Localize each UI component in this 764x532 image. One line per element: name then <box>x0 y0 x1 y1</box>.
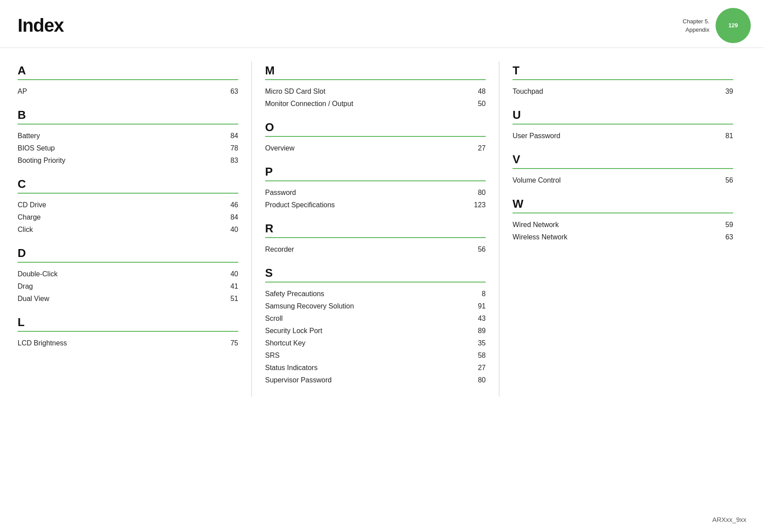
section-letter-R: R <box>265 222 486 235</box>
index-item-page: 40 <box>221 270 238 278</box>
section-T: TTouchpad39 <box>513 64 733 98</box>
index-item-name: Micro SD Card Slot <box>265 88 468 95</box>
index-item-page: 59 <box>716 221 733 229</box>
index-item-page: 56 <box>468 246 486 253</box>
index-item-name: Product Specifications <box>265 201 468 209</box>
index-item-name: AP <box>18 88 221 95</box>
section-letter-M: M <box>265 64 486 77</box>
index-item-page: 63 <box>221 88 238 95</box>
index-item-name: Double-Click <box>18 270 221 278</box>
index-item-name: Shortcut Key <box>265 339 468 347</box>
section-divider-C <box>18 193 238 194</box>
section-M: MMicro SD Card Slot48Monitor Connection … <box>265 64 486 110</box>
index-row: Booting Priority83 <box>18 154 238 167</box>
section-letter-D: D <box>18 246 238 260</box>
chapter-info: Chapter 5.Appendix 129 <box>683 8 751 43</box>
index-item-name: Drag <box>18 283 221 290</box>
index-row: CD Drive46 <box>18 199 238 211</box>
section-letter-B: B <box>18 108 238 122</box>
index-item-page: 84 <box>221 132 238 140</box>
index-row: Micro SD Card Slot48 <box>265 85 486 98</box>
section-divider-W <box>513 213 733 213</box>
index-item-page: 81 <box>716 132 733 140</box>
page-header: Index Chapter 5.Appendix 129 <box>0 0 764 48</box>
index-item-page: 43 <box>468 315 486 323</box>
index-row: Password80 <box>265 187 486 199</box>
section-letter-W: W <box>513 197 733 211</box>
index-item-name: Charge <box>18 213 221 221</box>
index-item-name: Monitor Connection / Output <box>265 100 468 108</box>
index-item-page: 78 <box>221 144 238 152</box>
index-item-name: Password <box>265 189 468 197</box>
index-item-page: 27 <box>468 144 486 152</box>
section-L: LLCD Brightness75 <box>18 316 238 349</box>
index-item-name: Samsung Recovery Solution <box>265 302 468 310</box>
index-item-page: 50 <box>468 100 486 108</box>
section-P: PPassword80Product Specifications123 <box>265 165 486 211</box>
index-row: Recorder56 <box>265 243 486 256</box>
index-item-page: 80 <box>468 376 486 384</box>
index-row: Touchpad39 <box>513 85 733 98</box>
section-divider-U <box>513 124 733 125</box>
section-divider-T <box>513 79 733 80</box>
section-letter-A: A <box>18 64 238 77</box>
section-divider-P <box>265 180 486 181</box>
index-item-page: 51 <box>221 295 238 303</box>
chapter-label: Chapter 5.Appendix <box>683 17 709 34</box>
section-W: WWired Network59Wireless Network63 <box>513 197 733 243</box>
section-R: RRecorder56 <box>265 222 486 256</box>
section-letter-P: P <box>265 165 486 179</box>
index-item-page: 27 <box>468 364 486 372</box>
chapter-number: 129 <box>728 22 738 29</box>
column-2: MMicro SD Card Slot48Monitor Connection … <box>265 61 499 397</box>
index-item-page: 40 <box>221 226 238 234</box>
index-item-name: Status Indicators <box>265 364 468 372</box>
section-letter-O: O <box>265 121 486 134</box>
index-item-name: Volume Control <box>513 176 716 184</box>
index-row: AP63 <box>18 85 238 98</box>
index-row: Shortcut Key35 <box>265 337 486 349</box>
index-item-name: Wired Network <box>513 221 716 229</box>
index-row: Wireless Network63 <box>513 231 733 243</box>
section-divider-D <box>18 262 238 263</box>
index-item-name: User Password <box>513 132 716 140</box>
section-A: AAP63 <box>18 64 238 98</box>
section-divider-V <box>513 168 733 169</box>
index-row: Charge84 <box>18 211 238 224</box>
section-divider-R <box>265 237 486 238</box>
section-divider-L <box>18 331 238 332</box>
index-item-page: 123 <box>468 201 486 209</box>
index-item-page: 41 <box>221 283 238 290</box>
index-row: Samsung Recovery Solution91 <box>265 300 486 312</box>
index-item-page: 83 <box>221 157 238 165</box>
section-U: UUser Password81 <box>513 108 733 142</box>
index-item-page: 39 <box>716 88 733 95</box>
index-item-name: SRS <box>265 352 468 360</box>
index-row: Wired Network59 <box>513 219 733 231</box>
index-item-name: Dual View <box>18 295 221 303</box>
index-item-page: 48 <box>468 88 486 95</box>
section-letter-T: T <box>513 64 733 77</box>
section-letter-V: V <box>513 153 733 166</box>
index-row: Double-Click40 <box>18 268 238 280</box>
index-item-page: 63 <box>716 233 733 241</box>
index-item-page: 84 <box>221 213 238 221</box>
footer-text: ARXxx_9xx <box>712 516 746 523</box>
index-row: Dual View51 <box>18 293 238 305</box>
index-content: AAP63BBattery84BIOS Setup78Booting Prior… <box>0 48 764 410</box>
index-item-name: LCD Brightness <box>18 339 221 347</box>
index-item-name: Security Lock Port <box>265 327 468 335</box>
section-letter-L: L <box>18 316 238 329</box>
index-item-page: 58 <box>468 352 486 360</box>
index-item-name: Wireless Network <box>513 233 716 241</box>
index-item-name: Safety Precautions <box>265 290 468 298</box>
index-item-page: 46 <box>221 201 238 209</box>
index-item-name: Overview <box>265 144 468 152</box>
index-row: Overview27 <box>265 142 486 154</box>
index-row: SRS58 <box>265 349 486 362</box>
section-V: VVolume Control56 <box>513 153 733 187</box>
section-divider-A <box>18 79 238 80</box>
section-D: DDouble-Click40Drag41Dual View51 <box>18 246 238 305</box>
index-item-page: 35 <box>468 339 486 347</box>
section-letter-C: C <box>18 177 238 191</box>
